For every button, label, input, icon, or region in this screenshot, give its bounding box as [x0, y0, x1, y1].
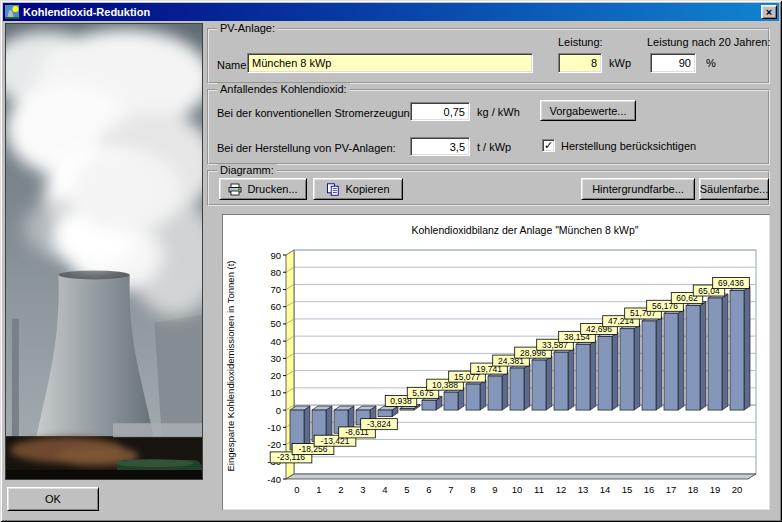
- herstellung-label: Bei der Herstellung von PV-Anlagen:: [217, 142, 396, 154]
- drucken-button[interactable]: Drucken...: [219, 178, 307, 200]
- leistung20-input[interactable]: [650, 53, 696, 73]
- svg-text:5: 5: [404, 484, 409, 495]
- hintergrundfarbe-button[interactable]: Hintergrundfarbe...: [581, 178, 695, 200]
- svg-text:13: 13: [578, 484, 589, 495]
- svg-text:40: 40: [270, 336, 281, 347]
- saeulenfarbe-button[interactable]: Säulenfarbe...: [699, 178, 769, 200]
- herstellung-checkbox-label[interactable]: Herstellung berücksichtigen: [561, 140, 696, 152]
- svg-text:12: 12: [556, 484, 567, 495]
- copy-icon: [326, 183, 340, 196]
- svg-text:15: 15: [622, 484, 633, 495]
- printer-icon: [228, 183, 242, 196]
- svg-text:-20: -20: [267, 439, 281, 450]
- svg-text:3: 3: [360, 484, 365, 495]
- group-diagramm: Diagramm: Drucken... Kopieren Hintergrun…: [207, 170, 770, 206]
- title-bar[interactable]: Kohlendioxid-Reduktion ×: [3, 3, 779, 21]
- group-kohlendioxid-label: Anfallendes Kohlendioxid:: [217, 83, 350, 95]
- svg-text:90: 90: [270, 250, 281, 261]
- svg-text:50: 50: [270, 318, 281, 329]
- group-pv-anlage-label: PV-Anlage:: [217, 22, 278, 34]
- name-label: Name:: [217, 59, 249, 71]
- leistung-input[interactable]: [558, 53, 602, 73]
- svg-text:20: 20: [732, 484, 743, 495]
- konventionell-label: Bei der konventionellen Stromerzeugung:: [217, 107, 419, 119]
- svg-text:Kohlendioxidbilanz der Anlage: Kohlendioxidbilanz der Anlage "München 8…: [412, 224, 639, 236]
- svg-text:7: 7: [448, 484, 453, 495]
- app-window: Kohlendioxid-Reduktion ×: [0, 0, 782, 522]
- svg-text:14: 14: [600, 484, 611, 495]
- power-plant-photo-image: [6, 24, 202, 479]
- svg-text:70: 70: [270, 284, 281, 295]
- leistung20-unit: %: [706, 57, 716, 69]
- herstellung-checkbox[interactable]: ✓: [542, 139, 555, 152]
- group-pv-anlage: PV-Anlage: Name: Leistung: kWp Leistung …: [207, 28, 770, 84]
- svg-text:69,436: 69,436: [718, 278, 744, 288]
- group-kohlendioxid: Anfallendes Kohlendioxid: Bei der konven…: [207, 89, 770, 165]
- group-diagramm-label: Diagramm:: [217, 164, 277, 176]
- hintergrundfarbe-button-label: Hintergrundfarbe...: [592, 183, 684, 195]
- herstellung-unit: t / kWp: [477, 141, 511, 153]
- kopieren-button-label: Kopieren: [345, 183, 389, 195]
- svg-text:-10: -10: [267, 422, 281, 433]
- leistung20-label: Leistung nach 20 Jahren:: [647, 36, 771, 48]
- svg-text:20: 20: [270, 370, 281, 381]
- leistung-label: Leistung:: [558, 36, 603, 48]
- kopieren-button[interactable]: Kopieren: [313, 178, 403, 200]
- svg-text:0: 0: [276, 405, 281, 416]
- konventionell-unit: kg / kWh: [477, 106, 520, 118]
- co2-chart-panel: -40-30-20-100102030405060708090012345678…: [222, 214, 770, 510]
- svg-text:10: 10: [270, 387, 281, 398]
- svg-text:10: 10: [512, 484, 523, 495]
- svg-text:17: 17: [666, 484, 677, 495]
- vorgabewerte-button[interactable]: Vorgabewerte...: [540, 100, 636, 121]
- co2-bar-chart: -40-30-20-100102030405060708090012345678…: [222, 214, 770, 510]
- window-title: Kohlendioxid-Reduktion: [23, 6, 761, 18]
- svg-text:0: 0: [294, 484, 299, 495]
- svg-text:Eingesparte Kohlendioxidemissi: Eingesparte Kohlendioxidemissionen in To…: [225, 260, 236, 471]
- close-button[interactable]: ×: [761, 5, 777, 19]
- svg-text:-3,824: -3,824: [367, 419, 391, 429]
- app-icon: [5, 5, 19, 19]
- drucken-button-label: Drucken...: [247, 183, 297, 195]
- svg-text:2: 2: [338, 484, 343, 495]
- ok-button[interactable]: OK: [7, 487, 99, 511]
- svg-text:16: 16: [644, 484, 655, 495]
- svg-text:60: 60: [270, 301, 281, 312]
- svg-text:30: 30: [270, 353, 281, 364]
- ok-button-label: OK: [45, 493, 61, 505]
- svg-text:80: 80: [270, 267, 281, 278]
- svg-text:19: 19: [710, 484, 721, 495]
- herstellung-input[interactable]: [410, 137, 470, 156]
- svg-text:18: 18: [688, 484, 699, 495]
- svg-text:6: 6: [426, 484, 431, 495]
- konventionell-input[interactable]: [410, 102, 470, 121]
- svg-text:-40: -40: [267, 474, 281, 485]
- svg-text:4: 4: [382, 484, 387, 495]
- svg-text:11: 11: [534, 484, 544, 495]
- svg-text:9: 9: [492, 484, 497, 495]
- name-input[interactable]: [247, 53, 533, 73]
- vorgabewerte-button-label: Vorgabewerte...: [549, 105, 626, 117]
- svg-text:8: 8: [470, 484, 475, 495]
- power-plant-photo: [5, 23, 203, 480]
- svg-text:1: 1: [316, 484, 321, 495]
- checkmark-icon: ✓: [544, 139, 553, 152]
- saeulenfarbe-button-label: Säulenfarbe...: [700, 183, 769, 195]
- leistung-unit: kWp: [609, 57, 631, 69]
